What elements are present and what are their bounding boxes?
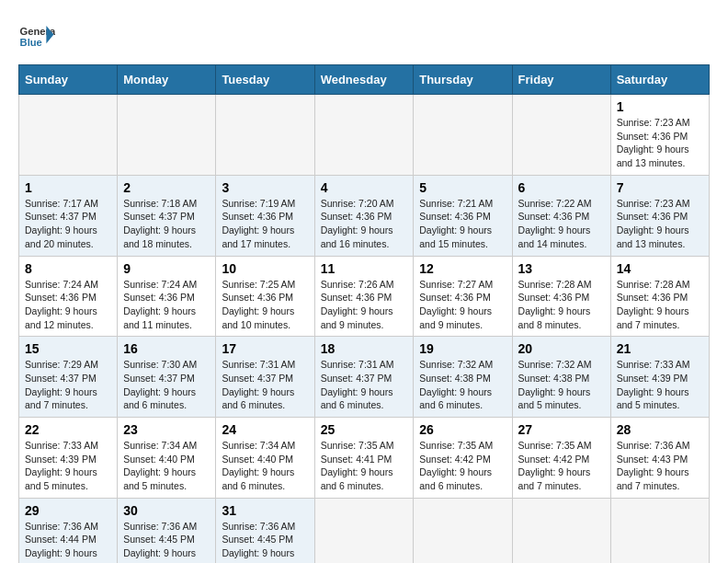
day-number: 30 [123,503,210,518]
day-info: Sunrise: 7:34 AMSunset: 4:40 PMDaylight:… [123,440,197,491]
calendar-cell [314,95,414,176]
day-info: Sunrise: 7:22 AMSunset: 4:36 PMDaylight:… [518,198,592,249]
logo-icon: General Blue [18,18,55,55]
day-number: 4 [321,180,408,195]
day-header-sunday: Sunday [19,65,118,95]
day-info: Sunrise: 7:21 AMSunset: 4:36 PMDaylight:… [419,198,493,249]
day-info: Sunrise: 7:34 AMSunset: 4:40 PMDaylight:… [222,440,295,491]
day-info: Sunrise: 7:35 AMSunset: 4:41 PMDaylight:… [321,440,394,491]
calendar-cell: 4 Sunrise: 7:20 AMSunset: 4:36 PMDayligh… [314,175,414,256]
calendar-cell: 6 Sunrise: 7:22 AMSunset: 4:36 PMDayligh… [512,175,610,256]
day-info: Sunrise: 7:35 AMSunset: 4:42 PMDaylight:… [419,440,493,491]
calendar-cell: 16 Sunrise: 7:30 AMSunset: 4:37 PMDaylig… [118,337,216,418]
day-info: Sunrise: 7:27 AMSunset: 4:36 PMDaylight:… [419,279,493,330]
calendar-cell [512,95,610,176]
calendar-week-row: 29 Sunrise: 7:36 AMSunset: 4:44 PMDaylig… [19,498,710,563]
calendar-body: 1 Sunrise: 7:23 AMSunset: 4:36 PMDayligh… [19,95,710,564]
day-number: 18 [321,341,408,356]
day-info: Sunrise: 7:20 AMSunset: 4:36 PMDaylight:… [321,198,394,249]
calendar-cell: 12 Sunrise: 7:27 AMSunset: 4:36 PMDaylig… [414,256,512,337]
svg-text:Blue: Blue [20,37,42,48]
day-header-tuesday: Tuesday [216,65,314,95]
calendar-cell [19,95,118,176]
calendar-week-row: 1 Sunrise: 7:23 AMSunset: 4:36 PMDayligh… [19,95,710,176]
day-number: 5 [419,180,506,195]
calendar-cell: 28 Sunrise: 7:36 AMSunset: 4:43 PMDaylig… [610,418,709,499]
day-info: Sunrise: 7:29 AMSunset: 4:37 PMDaylight:… [25,359,98,410]
calendar-cell: 15 Sunrise: 7:29 AMSunset: 4:37 PMDaylig… [19,337,118,418]
day-info: Sunrise: 7:32 AMSunset: 4:38 PMDaylight:… [419,359,493,410]
day-number: 27 [518,422,605,437]
day-info: Sunrise: 7:24 AMSunset: 4:36 PMDaylight:… [123,279,197,330]
day-header-wednesday: Wednesday [314,65,414,95]
day-number: 15 [25,341,111,356]
day-info: Sunrise: 7:28 AMSunset: 4:36 PMDaylight:… [518,279,592,330]
calendar-cell: 24 Sunrise: 7:34 AMSunset: 4:40 PMDaylig… [216,418,314,499]
day-info: Sunrise: 7:33 AMSunset: 4:39 PMDaylight:… [617,359,690,410]
calendar-cell: 3 Sunrise: 7:19 AMSunset: 4:36 PMDayligh… [216,175,314,256]
calendar-cell: 2 Sunrise: 7:18 AMSunset: 4:37 PMDayligh… [118,175,216,256]
calendar-cell: 1 Sunrise: 7:23 AMSunset: 4:36 PMDayligh… [610,95,709,176]
day-info: Sunrise: 7:24 AMSunset: 4:36 PMDaylight:… [25,279,98,330]
day-info: Sunrise: 7:28 AMSunset: 4:36 PMDaylight:… [617,279,690,330]
day-number: 7 [617,180,703,195]
calendar-cell: 30 Sunrise: 7:36 AMSunset: 4:45 PMDaylig… [118,498,216,563]
day-number: 25 [321,422,408,437]
calendar-cell [118,95,216,176]
calendar-cell: 22 Sunrise: 7:33 AMSunset: 4:39 PMDaylig… [19,418,118,499]
calendar-cell: 13 Sunrise: 7:28 AMSunset: 4:36 PMDaylig… [512,256,610,337]
day-info: Sunrise: 7:25 AMSunset: 4:36 PMDaylight:… [222,279,295,330]
day-number: 12 [419,261,506,276]
day-info: Sunrise: 7:36 AMSunset: 4:43 PMDaylight:… [617,440,690,491]
day-info: Sunrise: 7:17 AMSunset: 4:37 PMDaylight:… [25,198,98,249]
day-number: 19 [419,341,506,356]
day-number: 3 [222,180,308,195]
day-info: Sunrise: 7:36 AMSunset: 4:44 PMDaylight:… [25,521,98,563]
day-number: 14 [617,261,703,276]
day-info: Sunrise: 7:19 AMSunset: 4:36 PMDaylight:… [222,198,295,249]
calendar-cell [414,95,512,176]
calendar-cell: 10 Sunrise: 7:25 AMSunset: 4:36 PMDaylig… [216,256,314,337]
day-number: 16 [123,341,210,356]
day-info: Sunrise: 7:23 AMSunset: 4:36 PMDaylight:… [617,198,690,249]
day-info: Sunrise: 7:30 AMSunset: 4:37 PMDaylight:… [123,359,197,410]
day-number: 8 [25,261,111,276]
page-header: General Blue [18,18,710,55]
day-header-monday: Monday [118,65,216,95]
calendar-cell [610,498,709,563]
day-info: Sunrise: 7:26 AMSunset: 4:36 PMDaylight:… [321,279,394,330]
calendar-cell: 7 Sunrise: 7:23 AMSunset: 4:36 PMDayligh… [610,175,709,256]
day-info: Sunrise: 7:36 AMSunset: 4:45 PMDaylight:… [123,521,197,563]
calendar-week-row: 1 Sunrise: 7:17 AMSunset: 4:37 PMDayligh… [19,175,710,256]
calendar-cell: 5 Sunrise: 7:21 AMSunset: 4:36 PMDayligh… [414,175,512,256]
day-info: Sunrise: 7:33 AMSunset: 4:39 PMDaylight:… [25,440,98,491]
day-number: 2 [123,180,210,195]
day-header-friday: Friday [512,65,610,95]
day-header-thursday: Thursday [414,65,512,95]
calendar-table: SundayMondayTuesdayWednesdayThursdayFrid… [18,64,710,563]
calendar-week-row: 8 Sunrise: 7:24 AMSunset: 4:36 PMDayligh… [19,256,710,337]
calendar-cell [512,498,610,563]
day-info: Sunrise: 7:35 AMSunset: 4:42 PMDaylight:… [518,440,592,491]
calendar-cell: 19 Sunrise: 7:32 AMSunset: 4:38 PMDaylig… [414,337,512,418]
day-number: 24 [222,422,308,437]
calendar-cell: 26 Sunrise: 7:35 AMSunset: 4:42 PMDaylig… [414,418,512,499]
logo: General Blue [18,18,59,55]
day-number: 1 [617,99,703,114]
calendar-cell: 21 Sunrise: 7:33 AMSunset: 4:39 PMDaylig… [610,337,709,418]
day-info: Sunrise: 7:32 AMSunset: 4:38 PMDaylight:… [518,359,592,410]
calendar-cell [414,498,512,563]
calendar-week-row: 15 Sunrise: 7:29 AMSunset: 4:37 PMDaylig… [19,337,710,418]
day-number: 20 [518,341,605,356]
day-number: 31 [222,503,308,518]
day-number: 28 [617,422,703,437]
day-number: 22 [25,422,111,437]
day-number: 6 [518,180,605,195]
day-number: 29 [25,503,111,518]
day-number: 21 [617,341,703,356]
day-number: 9 [123,261,210,276]
calendar-cell: 14 Sunrise: 7:28 AMSunset: 4:36 PMDaylig… [610,256,709,337]
calendar-cell: 8 Sunrise: 7:24 AMSunset: 4:36 PMDayligh… [19,256,118,337]
calendar-cell: 18 Sunrise: 7:31 AMSunset: 4:37 PMDaylig… [314,337,414,418]
calendar-cell: 11 Sunrise: 7:26 AMSunset: 4:36 PMDaylig… [314,256,414,337]
